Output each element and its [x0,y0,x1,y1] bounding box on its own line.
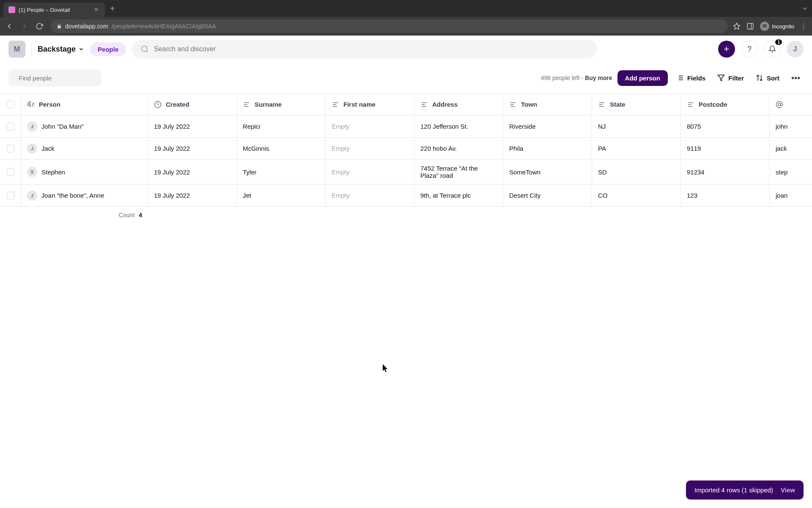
more-options-button[interactable]: ••• [788,72,804,85]
cell-firstname[interactable]: Empty [326,160,414,185]
find-people-search[interactable] [8,69,102,86]
browser-menu-icon[interactable]: ⋮ [800,22,807,30]
cell-state[interactable]: SD [592,160,681,185]
filter-button[interactable]: Filter [714,72,747,84]
people-left-count: 496 people left - [541,75,585,81]
cell-postcode[interactable]: 123 [681,185,770,207]
cell-state[interactable]: PA [592,138,681,160]
cell-person[interactable]: JJoan "the bone", Anne [21,185,148,207]
cell-email[interactable]: john [770,116,812,138]
fields-button[interactable]: Fields [673,72,709,84]
cell-person[interactable]: JJack [21,138,148,160]
person-avatar: J [27,121,37,132]
row-checkbox[interactable] [7,145,14,152]
list-icon [676,74,684,82]
cell-address[interactable]: 9th, at Terrace plc [414,185,503,207]
help-button[interactable]: ? [741,41,758,58]
project-dropdown[interactable]: Backstage [38,45,84,54]
add-person-button[interactable]: Add person [617,70,668,86]
column-postcode[interactable]: Postcode [681,94,770,116]
column-email[interactable] [770,94,812,116]
notifications-button[interactable]: 1 [764,41,781,58]
column-firstname[interactable]: First name [326,94,414,116]
row-checkbox[interactable] [7,192,14,199]
cell-town[interactable]: SomeTown [503,160,592,185]
cell-email[interactable]: jack [770,138,812,160]
sort-button[interactable]: Sort [752,72,783,84]
row-checkbox[interactable] [7,123,14,130]
cell-town[interactable]: Riverside [503,116,592,138]
row-checkbox[interactable] [7,168,14,176]
notification-badge: 1 [775,39,782,45]
find-people-input[interactable] [19,75,99,82]
svg-line-6 [146,51,148,52]
row-checkbox-cell[interactable] [0,160,21,185]
cell-surname[interactable]: Tyler [237,160,326,185]
cell-town[interactable]: Desert City [503,185,592,207]
cell-postcode[interactable]: 91234 [681,160,770,185]
column-created[interactable]: Created [148,94,237,116]
cell-postcode[interactable]: 8075 [681,116,770,138]
select-all-checkbox[interactable] [7,101,14,108]
incognito-indicator[interactable]: Incognito [760,22,794,31]
cell-state[interactable]: CO [592,185,681,207]
row-checkbox-cell[interactable] [0,185,21,207]
cell-created[interactable]: 19 July 2022 [148,160,237,185]
cell-created[interactable]: 19 July 2022 [148,138,237,160]
cell-created[interactable]: 19 July 2022 [148,116,237,138]
cell-created[interactable]: 19 July 2022 [148,185,237,207]
close-tab-icon[interactable]: × [93,6,100,14]
cell-surname[interactable]: Repici [237,116,326,138]
column-address-label: Address [432,101,458,108]
panel-icon[interactable] [746,22,754,30]
text-icon [420,101,428,108]
global-search-input[interactable] [154,45,589,53]
address-bar[interactable]: dovetailapp.com/people#v=ewAiAHEAIgA6ACI… [51,19,728,33]
cell-person[interactable]: JJohn "Da Man" [21,116,148,138]
cell-surname[interactable]: Jet [237,185,326,207]
create-button[interactable]: + [718,41,735,58]
incognito-icon [760,22,769,31]
browser-tab[interactable]: (1) People – Dovetail × [3,3,105,17]
cell-email[interactable]: joan [770,185,812,207]
cell-person[interactable]: SStephen [21,160,148,185]
buy-more-link[interactable]: Buy more [585,75,612,81]
cell-firstname[interactable]: Empty [326,185,414,207]
people-table: Person Created Surname First name Addres… [0,93,812,224]
column-town[interactable]: Town [503,94,592,116]
cell-state[interactable]: NJ [592,116,681,138]
global-search[interactable] [132,40,597,58]
row-checkbox-cell[interactable] [0,138,21,160]
svg-point-5 [142,46,147,52]
cell-address[interactable]: 220 hobo Av. [414,138,503,160]
row-checkbox-cell[interactable] [0,116,21,138]
column-surname-label: Surname [255,101,282,108]
user-avatar[interactable]: J [787,41,804,58]
cell-address[interactable]: 120 Jefferson St. [414,116,503,138]
incognito-label: Incognito [772,23,794,30]
cell-firstname[interactable]: Empty [326,138,414,160]
workspace-badge[interactable]: M [8,41,25,58]
column-person[interactable]: Person [21,94,148,116]
select-all-header[interactable] [0,94,21,116]
cell-postcode[interactable]: 9119 [681,138,770,160]
back-button[interactable] [5,22,15,30]
column-state[interactable]: State [592,94,681,116]
cell-email[interactable]: step [770,160,812,185]
new-tab-button[interactable]: + [110,4,115,14]
favicon-icon [8,6,15,13]
cell-surname[interactable]: McGinnis [237,138,326,160]
mouse-cursor-icon [383,364,389,373]
chrome-min-icon[interactable] [801,5,809,12]
cell-firstname[interactable]: Empty [326,116,414,138]
toast-view-link[interactable]: View [781,486,795,494]
bookmark-icon[interactable] [733,22,741,30]
reload-button[interactable] [36,22,46,30]
column-address[interactable]: Address [414,94,503,116]
forward-button[interactable] [20,22,30,30]
cell-address[interactable]: 7452 Terrace "At the Plaza" road [414,160,503,185]
column-surname[interactable]: Surname [237,94,326,116]
text-icon [243,101,250,108]
nav-people-pill[interactable]: People [90,42,126,56]
cell-town[interactable]: Phila [503,138,592,160]
